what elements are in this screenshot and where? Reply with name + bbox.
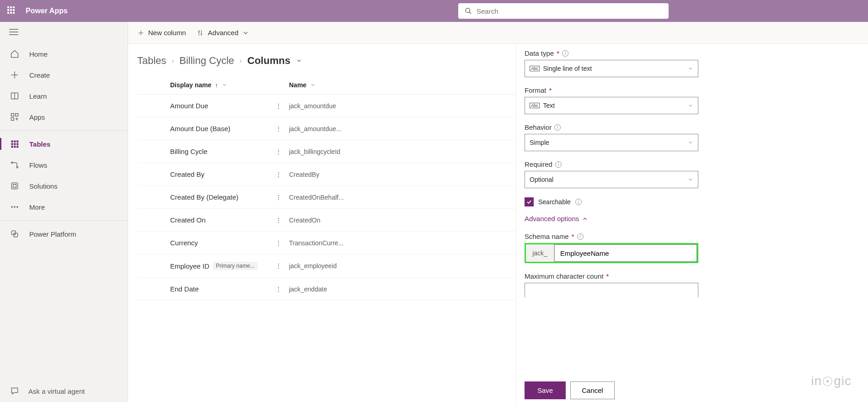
text-type-icon: Abc [530, 103, 540, 108]
row-actions-icon[interactable]: ⋮ [275, 262, 289, 270]
row-actions-icon[interactable]: ⋮ [275, 102, 289, 110]
advanced-label: Advanced [208, 29, 239, 37]
cell-display-name: Created On [170, 216, 275, 224]
toolbar: New column Advanced [128, 22, 868, 44]
svg-rect-16 [16, 141, 18, 143]
sidebar-item-solutions[interactable]: Solutions [0, 175, 128, 196]
app-launcher-icon[interactable] [7, 6, 16, 16]
sidebar-item-more[interactable]: More [0, 196, 128, 217]
breadcrumb-tables[interactable]: Tables [137, 55, 166, 67]
sidebar-item-label: Home [29, 50, 48, 58]
schema-name-input[interactable] [554, 244, 697, 262]
cell-name: CreatedBy [289, 171, 319, 178]
format-label: Format* [525, 86, 860, 94]
new-column-button[interactable]: New column [137, 29, 186, 37]
breadcrumb-columns[interactable]: Columns [247, 55, 290, 67]
settings-icon [197, 29, 204, 37]
search-input[interactable] [477, 7, 662, 15]
format-value: Text [543, 102, 555, 109]
schema-prefix: jack_ [526, 244, 554, 262]
sidebar-item-label: Power Platform [29, 230, 76, 238]
brand-label: Power Apps [26, 7, 68, 15]
format-select[interactable]: Abc Text [525, 97, 698, 114]
cell-display-name: Amount Due (Base) [170, 125, 275, 132]
required-value: Optional [530, 176, 553, 183]
save-button[interactable]: Save [525, 381, 566, 399]
sidebar-item-create[interactable]: Create [0, 64, 128, 85]
cell-display-name: Currency [170, 239, 275, 247]
chevron-down-icon[interactable] [222, 82, 227, 88]
sidebar-item-tables[interactable]: Tables [0, 133, 128, 154]
sidebar-item-label: Flows [29, 161, 47, 169]
header-display-name[interactable]: Display name ↑ [170, 81, 289, 89]
sidebar-item-label: Create [29, 71, 50, 79]
info-icon[interactable]: i [577, 233, 584, 240]
chevron-down-icon[interactable] [310, 82, 316, 88]
breadcrumb-sep: › [172, 57, 174, 64]
row-actions-icon[interactable]: ⋮ [275, 194, 289, 201]
info-icon[interactable]: i [555, 161, 562, 168]
sidebar-item-learn[interactable]: Learn [0, 85, 128, 106]
data-type-select[interactable]: Abc Single line of text [525, 60, 698, 77]
schema-name-field: jack_ [525, 243, 698, 263]
sidebar-item-flows[interactable]: Flows [0, 154, 128, 175]
chevron-down-icon[interactable] [296, 58, 302, 64]
cell-display-name: Billing Cycle [170, 148, 275, 155]
sidebar-item-home[interactable]: Home [0, 43, 128, 64]
top-bar: Power Apps [0, 0, 868, 22]
behavior-select[interactable]: Simple [525, 134, 698, 151]
flow-icon [10, 160, 19, 169]
sidebar-item-label: Apps [29, 113, 45, 121]
svg-rect-17 [11, 143, 13, 145]
advanced-options-toggle[interactable]: Advanced options [525, 215, 860, 222]
checkbox-checked-icon[interactable] [525, 197, 534, 206]
more-icon [10, 202, 19, 212]
row-actions-icon[interactable]: ⋮ [275, 171, 289, 178]
cell-name: TransactionCurre... [289, 239, 343, 247]
advanced-button[interactable]: Advanced [197, 29, 250, 37]
sort-asc-icon: ↑ [215, 82, 218, 89]
apps-icon [10, 112, 19, 122]
svg-point-24 [16, 166, 18, 168]
search-icon [465, 7, 472, 15]
grid-icon [10, 139, 19, 148]
cell-name: CreatedOnBehalf... [289, 194, 344, 201]
max-char-input[interactable] [525, 283, 698, 297]
behavior-label: Behaviori [525, 123, 860, 131]
info-icon[interactable]: i [575, 199, 582, 205]
header-name[interactable]: Name [289, 81, 316, 89]
row-actions-icon[interactable]: ⋮ [275, 217, 289, 224]
max-char-label: Maximum character count* [525, 272, 860, 280]
cell-name: jack_amountdue [289, 102, 336, 110]
data-type-label: Data type*i [525, 49, 860, 57]
svg-rect-15 [14, 141, 16, 143]
row-actions-icon[interactable]: ⋮ [275, 239, 289, 247]
breadcrumb-billing-cycle[interactable]: Billing Cycle [179, 55, 234, 67]
required-select[interactable]: Optional [525, 171, 698, 188]
info-icon[interactable]: i [562, 50, 568, 57]
sidebar-item-power-platform[interactable]: Power Platform [0, 223, 128, 244]
cancel-button[interactable]: Cancel [570, 381, 615, 399]
chevron-down-icon [688, 140, 693, 145]
sidebar-item-apps[interactable]: Apps [0, 106, 128, 127]
svg-rect-21 [14, 146, 16, 148]
plus-icon [10, 70, 19, 79]
chevron-down-icon [242, 29, 249, 37]
plus-icon [137, 29, 145, 37]
row-actions-icon[interactable]: ⋮ [275, 286, 289, 293]
svg-point-0 [466, 8, 470, 12]
book-icon [10, 91, 19, 100]
ask-virtual-agent[interactable]: Ask a virtual agent [0, 380, 128, 402]
row-actions-icon[interactable]: ⋮ [275, 125, 289, 132]
hamburger-icon[interactable] [0, 22, 128, 43]
row-actions-icon[interactable]: ⋮ [275, 148, 289, 155]
info-icon[interactable]: i [554, 124, 561, 131]
chat-icon [10, 386, 19, 396]
svg-line-1 [469, 12, 471, 14]
column-properties-panel: Data type*i Abc Single line of text Form… [516, 44, 868, 402]
cell-name: jack_enddate [289, 286, 327, 293]
searchable-checkbox-row[interactable]: Searchable i [525, 197, 860, 206]
search-box[interactable] [458, 3, 669, 19]
sidebar-item-label: More [29, 203, 45, 211]
chevron-down-icon [688, 66, 693, 71]
